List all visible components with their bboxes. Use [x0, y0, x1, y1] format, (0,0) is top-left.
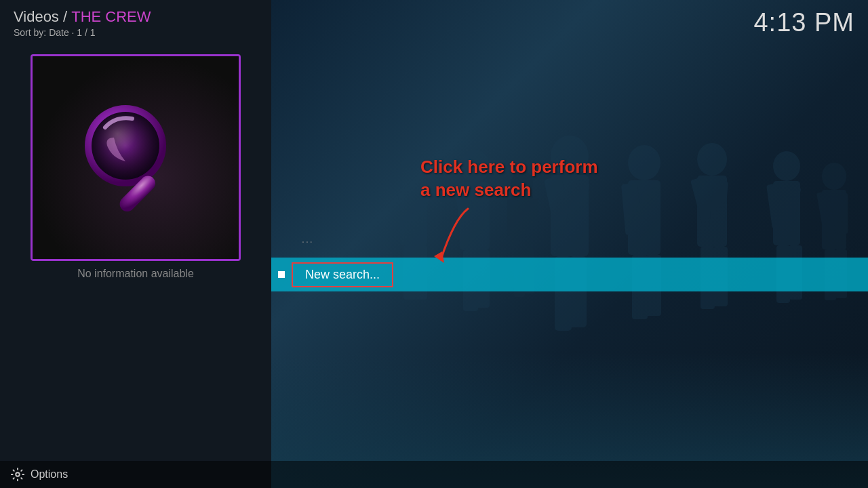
svg-point-42	[822, 163, 846, 190]
svg-rect-45	[835, 193, 848, 234]
svg-point-12	[551, 136, 589, 176]
search-icon	[68, 90, 203, 226]
row-bullet	[278, 271, 285, 278]
svg-point-24	[697, 143, 727, 176]
options-bar: Options	[0, 461, 868, 488]
svg-point-18	[628, 145, 660, 180]
breadcrumb-prefix: Videos /	[14, 8, 71, 25]
svg-point-6	[460, 150, 490, 182]
svg-point-30	[773, 151, 800, 181]
breadcrumb: Videos / THE CREW	[14, 8, 151, 26]
addon-name: THE CREW	[71, 8, 151, 25]
list-row[interactable]: New search...	[271, 258, 868, 291]
clock-display: 4:13 PM	[753, 8, 854, 37]
new-search-button[interactable]: New search...	[292, 262, 393, 287]
no-info-label: No information available	[31, 268, 241, 280]
breadcrumb-area: Videos / THE CREW Sort by: Date · 1 / 1	[14, 8, 151, 38]
svg-rect-39	[528, 199, 538, 236]
options-button[interactable]: Options	[10, 467, 68, 482]
thumbnail-box	[31, 54, 241, 261]
sort-info: Sort by: Date · 1 / 1	[14, 27, 151, 38]
options-label: Options	[31, 468, 68, 481]
svg-point-52	[16, 472, 20, 476]
right-panel	[271, 0, 868, 488]
svg-rect-38	[507, 199, 518, 236]
gear-icon	[10, 467, 25, 482]
svg-point-49	[92, 112, 159, 180]
dots-decoration: ···	[302, 236, 314, 247]
thumbnail-container[interactable]	[31, 54, 241, 261]
svg-point-0	[400, 155, 427, 184]
svg-point-36	[511, 171, 533, 195]
top-bar: Videos / THE CREW Sort by: Date · 1 / 1 …	[0, 0, 868, 47]
